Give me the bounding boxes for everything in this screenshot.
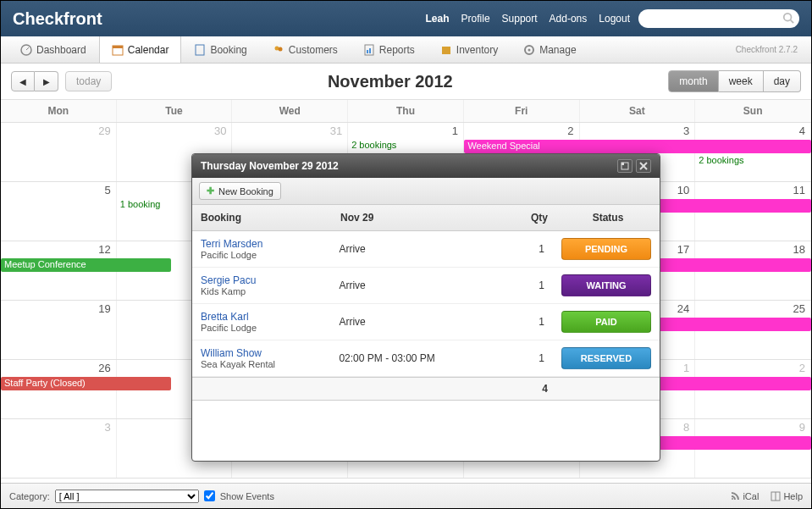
dow-fri: Fri — [464, 100, 580, 122]
calendar-day[interactable]: 3 — [1, 419, 117, 478]
booking-row: Bretta KarlPacific LodgeArrive1PAID — [192, 304, 660, 340]
menu-customers[interactable]: Customers — [260, 36, 351, 63]
search-input[interactable] — [638, 9, 799, 28]
svg-point-14 — [528, 48, 531, 51]
svg-rect-19 — [621, 163, 624, 165]
next-button[interactable]: ▶ — [35, 71, 58, 91]
reports-icon — [363, 44, 375, 56]
nav-addons[interactable]: Add-ons — [550, 13, 588, 25]
dow-wed: Wed — [232, 100, 348, 122]
svg-line-1 — [791, 20, 794, 24]
booking-sub: Kids Kamp — [201, 286, 322, 296]
day-number: 26 — [98, 362, 110, 374]
menu-booking[interactable]: Booking — [181, 36, 259, 63]
booking-count-link[interactable]: 2 bookings — [699, 155, 743, 165]
today-button[interactable]: today — [65, 71, 112, 91]
event-meetup[interactable]: Meetup Conference — [1, 258, 171, 272]
svg-point-8 — [278, 47, 282, 51]
rss-icon — [730, 491, 740, 501]
view-day-button[interactable]: day — [764, 70, 801, 92]
plus-icon: ✚ — [207, 185, 214, 196]
dialog-expand-button[interactable] — [617, 159, 632, 173]
status-badge[interactable]: PENDING — [561, 238, 651, 260]
menu-inventory[interactable]: Inventory — [428, 36, 511, 63]
menu-customers-label: Customers — [289, 44, 338, 56]
booking-name-link[interactable]: Sergie Pacu — [201, 274, 322, 286]
status-badge[interactable]: PAID — [561, 311, 651, 333]
day-number: 29 — [98, 124, 110, 137]
menu-reports-label: Reports — [379, 44, 415, 56]
col-booking-header: Booking — [192, 205, 332, 230]
svg-rect-11 — [369, 48, 371, 53]
svg-rect-6 — [196, 45, 204, 55]
day-number: 18 — [793, 243, 805, 256]
day-number: 3 — [683, 124, 689, 137]
day-number: 11 — [793, 184, 805, 196]
app-version: Checkfront 2.7.2 — [736, 36, 804, 63]
status-badge[interactable]: WAITING — [561, 274, 651, 296]
svg-point-0 — [784, 14, 792, 21]
calendar-day[interactable]: 5 — [1, 182, 117, 241]
day-number: 4 — [799, 124, 805, 137]
inventory-icon — [440, 44, 452, 56]
status-badge[interactable]: RESERVED — [561, 347, 651, 369]
gear-icon — [523, 44, 535, 56]
day-number: 3 — [104, 421, 110, 434]
day-number: 19 — [98, 302, 110, 315]
menu-reports[interactable]: Reports — [351, 36, 428, 63]
category-select[interactable]: [ All ] — [55, 490, 199, 503]
col-qty-header: Qty — [514, 205, 556, 230]
day-number: 31 — [330, 124, 342, 137]
calendar-icon — [112, 44, 124, 56]
booking-name-link[interactable]: William Show — [201, 347, 322, 359]
view-week-button[interactable]: week — [719, 70, 764, 92]
day-number: 30 — [214, 124, 226, 137]
booking-count-link[interactable]: 2 bookings — [351, 140, 396, 150]
day-number: 24 — [677, 302, 689, 315]
booking-date: Arrive — [330, 236, 511, 262]
calendar-day[interactable]: 29 — [1, 123, 117, 181]
new-booking-button[interactable]: ✚ New Booking — [199, 182, 281, 200]
dialog-close-button[interactable] — [636, 159, 651, 173]
booking-row: Sergie PacuKids KampArrive1WAITING — [192, 268, 660, 304]
booking-name-link[interactable]: Terri Marsden — [201, 238, 322, 250]
day-number: 5 — [104, 184, 110, 196]
svg-point-15 — [732, 498, 733, 500]
view-month-button[interactable]: month — [668, 70, 718, 92]
qty-total: 4 — [514, 378, 556, 400]
menu-inventory-label: Inventory — [456, 44, 498, 56]
ical-link[interactable]: iCal — [730, 491, 759, 501]
nav-logout[interactable]: Logout — [599, 13, 630, 25]
day-number: 2 — [799, 362, 805, 374]
day-number: 8 — [683, 421, 689, 434]
menu-calendar[interactable]: Calendar — [99, 36, 182, 63]
booking-count-link[interactable]: 1 booking — [120, 199, 161, 209]
nav-support[interactable]: Support — [502, 13, 538, 25]
close-icon — [639, 162, 648, 170]
user-name[interactable]: Leah — [426, 13, 450, 25]
day-number: 2 — [567, 124, 573, 137]
booking-sub: Sea Kayak Rental — [201, 359, 322, 369]
customers-icon — [273, 44, 284, 56]
show-events-checkbox[interactable] — [204, 490, 215, 501]
event-staff-party[interactable]: Staff Party (Closed) — [1, 377, 171, 390]
day-number: 1 — [452, 124, 458, 137]
booking-date: 02:00 PM - 03:00 PM — [330, 346, 511, 371]
nav-profile[interactable]: Profile — [461, 13, 490, 25]
booking-name-link[interactable]: Bretta Karl — [201, 311, 322, 323]
dow-tue: Tue — [117, 100, 233, 122]
svg-line-3 — [26, 47, 29, 50]
booking-qty: 1 — [511, 346, 553, 371]
dow-sun: Sun — [695, 100, 811, 122]
menu-manage[interactable]: Manage — [511, 36, 588, 63]
expand-icon — [621, 162, 629, 170]
calendar-day[interactable]: 19 — [1, 301, 117, 359]
booking-sub: Pacific Lodge — [201, 323, 322, 333]
menu-dashboard[interactable]: Dashboard — [8, 36, 99, 63]
booking-sub: Pacific Lodge — [201, 250, 322, 260]
dow-thu: Thu — [348, 100, 464, 122]
prev-button[interactable]: ◀ — [11, 71, 35, 91]
help-link[interactable]: Help — [771, 491, 803, 501]
event-weekend-special[interactable]: Weekend Special — [464, 140, 811, 153]
menu-calendar-label: Calendar — [128, 44, 169, 56]
